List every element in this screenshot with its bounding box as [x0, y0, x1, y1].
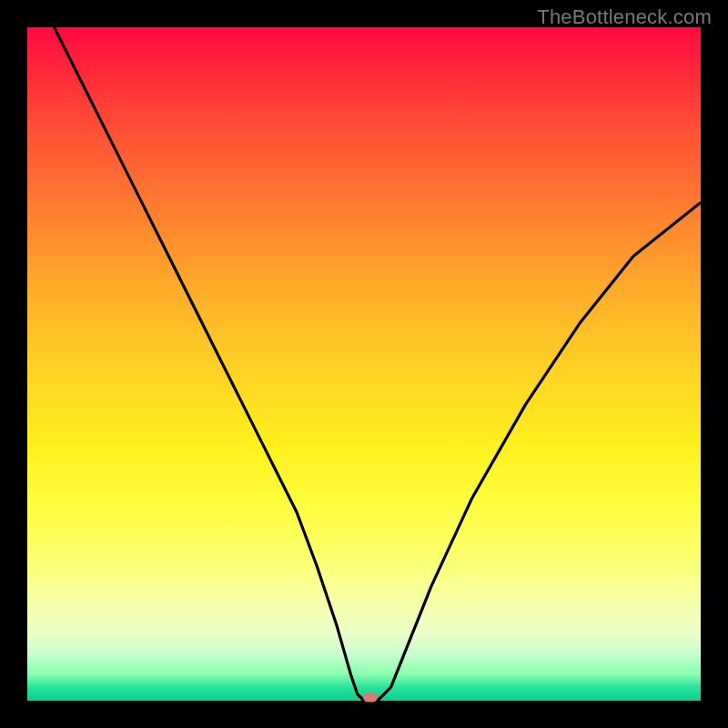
curve-svg — [27, 27, 701, 701]
plot-area — [27, 27, 701, 701]
chart-frame: TheBottleneck.com — [0, 0, 728, 728]
bottleneck-curve-path — [55, 27, 701, 701]
watermark-label: TheBottleneck.com — [537, 5, 712, 29]
minimum-marker — [363, 693, 378, 703]
